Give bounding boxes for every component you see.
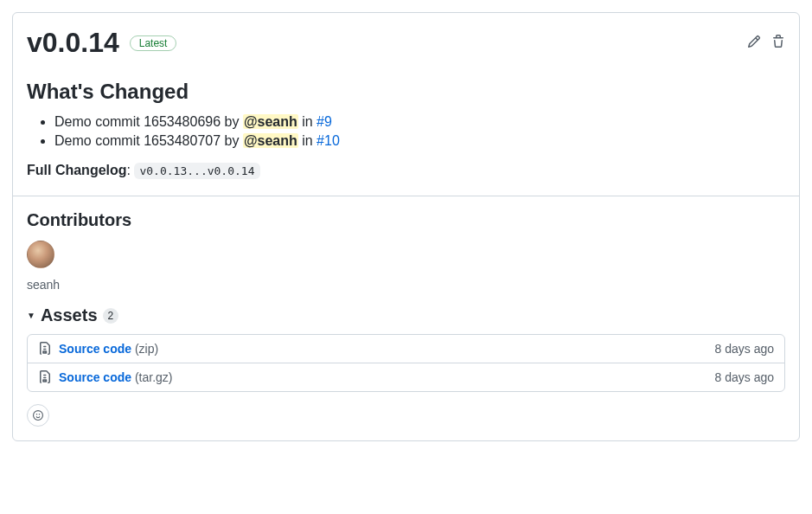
changelog-mid: in (298, 133, 316, 148)
assets-toggle[interactable]: ▼ Assets 2 (27, 305, 785, 325)
changelog-item: Demo commit 1653480696 by @seanh in #9 (54, 114, 785, 130)
release-card: v0.0.14 Latest What's Changed Demo commi… (12, 12, 800, 441)
pr-link[interactable]: #9 (316, 114, 332, 129)
asset-time: 8 days ago (715, 370, 775, 384)
changelog-text: Demo commit 1653480696 by (54, 114, 243, 129)
title-row: v0.0.14 Latest (27, 27, 785, 59)
changelog-mid: in (298, 114, 316, 129)
add-reaction-button[interactable] (27, 404, 49, 427)
contributor-avatar-link[interactable] (27, 257, 54, 271)
pencil-icon (747, 35, 761, 48)
contributor-username: seanh (27, 278, 785, 292)
trash-icon (771, 35, 785, 48)
asset-ext: (tar.gz) (135, 370, 173, 384)
changelog-item: Demo commit 1653480707 by @seanh in #10 (54, 133, 785, 149)
release-title: v0.0.14 (27, 27, 119, 59)
changelog-list: Demo commit 1653480696 by @seanh in #9 D… (27, 114, 785, 149)
asset-link[interactable]: Source code (zip) (59, 342, 158, 356)
asset-name: Source code (59, 370, 131, 384)
full-changelog: Full Changelog: v0.0.13...v0.0.14 (27, 163, 785, 178)
release-lower: Contributors seanh ▼ Assets 2 Source cod… (13, 196, 799, 440)
asset-row: Source code (zip) 8 days ago (28, 335, 784, 363)
whats-changed-heading: What's Changed (27, 80, 785, 104)
full-changelog-label: Full Changelog (27, 163, 127, 177)
changelog-text: Demo commit 1653480707 by (54, 133, 243, 148)
caret-down-icon: ▼ (27, 311, 35, 320)
release-actions (747, 35, 785, 51)
pr-link[interactable]: #10 (316, 133, 340, 148)
asset-ext: (zip) (135, 342, 158, 356)
asset-name: Source code (59, 342, 131, 356)
assets-heading: Assets (41, 305, 98, 325)
asset-link[interactable]: Source code (tar.gz) (59, 370, 173, 384)
file-zip-icon (38, 370, 52, 384)
asset-left: Source code (zip) (38, 342, 158, 356)
user-mention[interactable]: @seanh (243, 114, 298, 129)
edit-button[interactable] (747, 35, 761, 51)
assets-list: Source code (zip) 8 days ago Source code… (27, 334, 785, 392)
contributors-heading: Contributors (27, 210, 785, 230)
changelog-range-link[interactable]: v0.0.13...v0.0.14 (134, 163, 259, 179)
latest-badge: Latest (130, 35, 177, 51)
title-left: v0.0.14 Latest (27, 27, 176, 59)
assets-count-badge: 2 (103, 308, 119, 324)
file-zip-icon (38, 342, 52, 356)
user-mention[interactable]: @seanh (243, 133, 298, 148)
asset-left: Source code (tar.gz) (38, 370, 173, 384)
smiley-icon (33, 408, 43, 422)
avatar (27, 241, 54, 268)
release-header: v0.0.14 Latest What's Changed Demo commi… (13, 13, 799, 196)
delete-button[interactable] (771, 35, 785, 51)
asset-row: Source code (tar.gz) 8 days ago (28, 363, 784, 391)
asset-time: 8 days ago (715, 342, 775, 356)
